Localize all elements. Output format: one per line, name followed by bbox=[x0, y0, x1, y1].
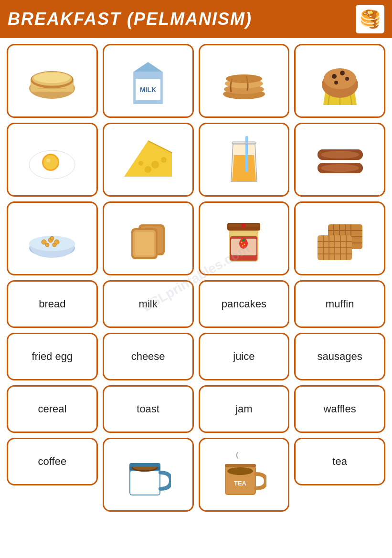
jam-image bbox=[204, 207, 285, 270]
milk-svg: MILK bbox=[129, 55, 167, 107]
cereal-label: cereal bbox=[38, 403, 66, 415]
waffles-label: waffles bbox=[324, 403, 356, 415]
svg-point-30 bbox=[43, 155, 58, 169]
svg-point-26 bbox=[334, 81, 338, 84]
cheese-label: cheese bbox=[131, 350, 165, 363]
card-sausages-text: sausages bbox=[294, 333, 385, 380]
toast-label: toast bbox=[137, 403, 159, 415]
svg-point-69 bbox=[244, 243, 245, 245]
svg-point-4 bbox=[34, 73, 70, 83]
svg-point-31 bbox=[46, 158, 50, 162]
card-bread-text: bread bbox=[7, 280, 98, 328]
card-toast-img bbox=[103, 201, 194, 275]
page-title: BREAKFAST (PELMANISM) bbox=[8, 9, 252, 29]
card-waffles-img bbox=[294, 201, 385, 275]
card-cereal-text: cereal bbox=[7, 385, 98, 433]
card-muffin-img bbox=[294, 44, 385, 118]
card-milk-text: milk bbox=[103, 280, 194, 328]
waffles-svg bbox=[314, 217, 366, 260]
svg-point-17 bbox=[226, 74, 262, 83]
svg-point-46 bbox=[321, 164, 359, 172]
svg-rect-59 bbox=[135, 232, 154, 255]
card-waffles-text: waffles bbox=[294, 385, 385, 433]
svg-point-24 bbox=[340, 71, 345, 75]
bread-image bbox=[12, 49, 93, 113]
cereal-image bbox=[12, 207, 93, 270]
pancake-icon: 🥞 bbox=[360, 9, 381, 29]
fried-egg-svg bbox=[26, 138, 78, 181]
fried-egg-label: fried egg bbox=[32, 350, 73, 363]
milk-label: milk bbox=[139, 298, 158, 310]
coffee-cup-image bbox=[108, 443, 189, 506]
muffin-label: muffin bbox=[326, 298, 354, 310]
svg-point-37 bbox=[145, 166, 151, 173]
cheese-svg bbox=[122, 138, 174, 181]
cheese-image bbox=[108, 128, 189, 191]
header-icon: 🥞 bbox=[356, 5, 384, 33]
card-jam-img bbox=[199, 201, 290, 275]
card-sausages-img bbox=[294, 123, 385, 197]
muffin-svg bbox=[316, 55, 364, 107]
svg-point-70 bbox=[242, 245, 244, 246]
card-coffee-text: coffee bbox=[7, 438, 98, 485]
bread-label: bread bbox=[39, 298, 65, 310]
svg-rect-98 bbox=[225, 464, 256, 467]
card-toast-text: toast bbox=[103, 385, 194, 433]
svg-point-52 bbox=[45, 243, 49, 247]
svg-point-36 bbox=[161, 157, 167, 163]
fried-egg-image bbox=[12, 128, 93, 191]
main-content: ESLprintables.com bbox=[0, 38, 392, 558]
card-muffin-text: muffin bbox=[294, 280, 385, 328]
card-fried-egg-text: fried egg bbox=[7, 333, 98, 380]
pancakes-svg bbox=[218, 60, 270, 103]
coffee-label: coffee bbox=[38, 455, 67, 468]
tea-label: tea bbox=[332, 455, 347, 468]
card-pancakes-text: pancakes bbox=[199, 280, 290, 328]
card-jam-text: jam bbox=[199, 385, 290, 433]
tea-svg: TEA bbox=[221, 451, 266, 499]
sausages-label: sausages bbox=[318, 350, 362, 363]
muffin-image bbox=[299, 49, 380, 113]
svg-point-23 bbox=[332, 74, 337, 79]
card-coffee-img bbox=[103, 438, 194, 512]
svg-marker-8 bbox=[134, 62, 162, 72]
card-cheese-img bbox=[103, 123, 194, 197]
bread-svg bbox=[26, 60, 78, 103]
svg-rect-39 bbox=[245, 136, 248, 172]
milk-image: MILK bbox=[108, 49, 189, 113]
image-grid-1: MILK bbox=[7, 44, 385, 512]
juice-image bbox=[204, 128, 285, 191]
svg-point-53 bbox=[53, 243, 56, 247]
card-cereal-img bbox=[7, 201, 98, 275]
card-milk-img: MILK bbox=[103, 44, 194, 118]
svg-rect-40 bbox=[232, 142, 256, 144]
card-fried-egg-img bbox=[7, 123, 98, 197]
pancakes-label: pancakes bbox=[222, 298, 266, 310]
svg-rect-93 bbox=[129, 463, 160, 467]
svg-point-54 bbox=[50, 236, 54, 240]
juice-label: juice bbox=[233, 350, 254, 363]
toast-image bbox=[108, 207, 189, 270]
svg-point-35 bbox=[151, 161, 159, 168]
card-tea-text: tea bbox=[294, 438, 385, 485]
card-juice-text: juice bbox=[199, 333, 290, 380]
svg-point-68 bbox=[241, 242, 243, 243]
sausages-image bbox=[299, 128, 380, 191]
card-tea-img: TEA bbox=[199, 438, 290, 512]
svg-point-22 bbox=[324, 68, 356, 89]
card-cheese-text: cheese bbox=[103, 333, 194, 380]
svg-text:MILK: MILK bbox=[140, 86, 156, 94]
pancakes-image bbox=[204, 49, 285, 113]
svg-point-38 bbox=[138, 161, 143, 166]
jam-label: jam bbox=[235, 403, 252, 415]
card-pancakes-img bbox=[199, 44, 290, 118]
svg-point-43 bbox=[321, 151, 359, 158]
cereal-svg bbox=[26, 217, 78, 260]
jam-svg bbox=[223, 212, 264, 265]
tea-cup-image: TEA bbox=[204, 443, 285, 506]
header: BREAKFAST (PELMANISM) 🥞 bbox=[0, 0, 392, 38]
svg-text:TEA: TEA bbox=[234, 480, 247, 487]
svg-point-25 bbox=[345, 77, 349, 81]
svg-rect-90 bbox=[130, 471, 159, 495]
toast-svg bbox=[124, 215, 172, 263]
